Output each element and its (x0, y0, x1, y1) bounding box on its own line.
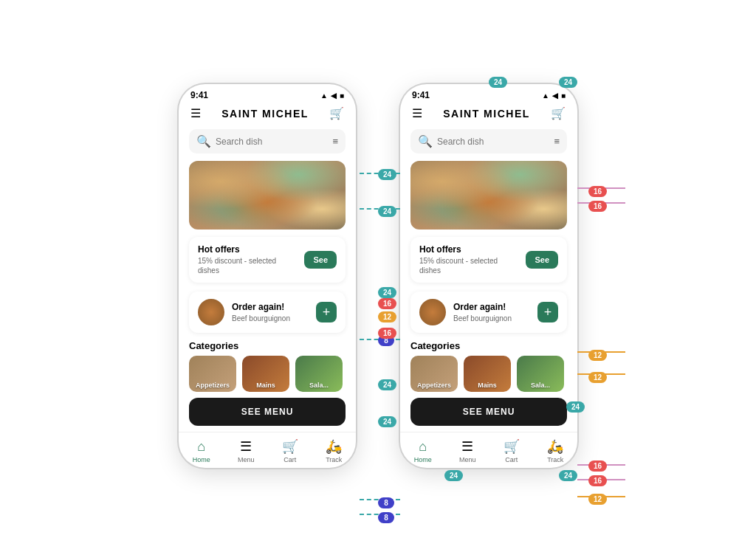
ann-bottom-left-24: 24 (444, 470, 463, 481)
bottom-nav-left: ⌂ Home ☰ Menu 🛒 Cart 🛵 Track (179, 432, 356, 468)
order-sub-left: Beef bourguignon (232, 314, 309, 323)
category-salads-left[interactable]: Sala... (295, 356, 343, 392)
categories-title-left: Categories (179, 337, 356, 356)
menu-icon-left[interactable]: ☰ (190, 106, 201, 120)
category-appetizers-left[interactable]: Appetizers (189, 356, 236, 392)
home-label-left: Home (193, 456, 210, 463)
search-input-left[interactable] (216, 137, 328, 147)
see-button-left[interactable]: See (304, 251, 337, 269)
mains-label-left: Mains (242, 382, 289, 389)
filter-icon-right[interactable]: ≡ (554, 136, 560, 147)
appetizers-img-right: Appetizers (410, 356, 458, 392)
filter-icon-left[interactable]: ≡ (332, 136, 338, 147)
ann-blue-8-3: 8 (378, 512, 394, 523)
salads-label-left: Sala... (295, 382, 343, 389)
ann-orange-12-4: 12 (588, 494, 607, 505)
order-card-left: Order again! Beef bourguignon + (189, 291, 346, 333)
food-image-left (189, 161, 346, 230)
search-input-right[interactable] (437, 137, 549, 147)
ann-left-24-3: 24 (378, 287, 396, 298)
nav-menu-right[interactable]: ☰ Menu (459, 438, 476, 463)
add-button-left[interactable]: + (316, 302, 337, 322)
mains-img-right: Mains (464, 356, 511, 392)
menu-label-right: Menu (459, 456, 476, 463)
ann-red-16-1: 16 (588, 186, 607, 197)
appetizers-label-right: Appetizers (410, 382, 458, 389)
nav-bar-left: ☰ SAINT MICHEL 🛒 (179, 103, 356, 125)
nav-menu-left[interactable]: ☰ Menu (238, 438, 255, 463)
ann-red-16-5: 16 (588, 460, 607, 472)
wifi-icon: ◀ (331, 92, 337, 100)
ann-red-16-4: 16 (378, 328, 396, 339)
home-icon-right: ⌂ (419, 439, 427, 455)
nav-track-right[interactable]: 🛵 Track (547, 438, 563, 463)
appetizers-label-left: Appetizers (189, 382, 236, 389)
order-content-right: Order again! Beef bourguignon (453, 302, 530, 323)
track-label-right: Track (547, 456, 563, 463)
search-bar-right[interactable]: 🔍 ≡ (410, 129, 567, 153)
nav-cart-right[interactable]: 🛒 Cart (504, 438, 520, 463)
order-title-left: Order again! (232, 302, 309, 312)
ann-orange-12-2: 12 (588, 350, 607, 361)
category-mains-right[interactable]: Mains (464, 356, 511, 392)
ann-orange-12-1: 12 (378, 311, 396, 322)
category-appetizers-right[interactable]: Appetizers (410, 356, 458, 392)
nav-home-left[interactable]: ⌂ Home (193, 439, 210, 463)
status-icons-right: ▲ ◀ ■ (542, 92, 566, 100)
status-bar-left: 9:41 ▲ ◀ ■ (179, 84, 356, 103)
categories-right: Appetizers Mains Sala... (400, 356, 577, 392)
nav-cart-left[interactable]: 🛒 Cart (282, 438, 298, 463)
see-menu-button-left[interactable]: SEE MENU (189, 398, 346, 426)
cart-icon-right[interactable]: 🛒 (551, 106, 566, 120)
search-bar-left[interactable]: 🔍 ≡ (189, 129, 346, 153)
nav-home-right[interactable]: ⌂ Home (414, 439, 432, 463)
mains-label-right: Mains (464, 382, 511, 389)
cart-label-left: Cart (284, 456, 296, 463)
ann-top-right-24: 24 (559, 77, 577, 88)
ann-teal-24-mid: 24 (566, 401, 585, 413)
cart-label-right: Cart (505, 456, 518, 463)
menu-nav-icon-right: ☰ (461, 438, 473, 455)
categories-left: Appetizers Mains Sala... (179, 356, 356, 392)
menu-icon-right[interactable]: ☰ (412, 106, 422, 120)
add-button-right[interactable]: + (537, 302, 558, 322)
appetizers-img-left: Appetizers (189, 356, 236, 392)
ann-left-24-1: 24 (378, 169, 396, 180)
menu-nav-icon-left: ☰ (240, 438, 252, 455)
food-image-right (410, 161, 567, 230)
hot-offers-card-right: Hot offers 15% discount - selected dishe… (410, 237, 567, 283)
hot-offers-title-right: Hot offers (419, 244, 518, 255)
ann-bottom-right-24: 24 (559, 470, 577, 481)
hot-offers-card-left: Hot offers 15% discount - selected dishe… (189, 237, 346, 283)
ann-left-24-2: 24 (378, 206, 396, 217)
salads-img-right: Sala... (517, 356, 564, 392)
order-content-left: Order again! Beef bourguignon (232, 302, 309, 323)
status-time-right: 9:41 (412, 90, 430, 100)
category-mains-left[interactable]: Mains (242, 356, 289, 392)
status-icons-left: ▲ ◀ ■ (320, 92, 344, 100)
left-phone: 9:41 ▲ ◀ ■ ☰ SAINT MICHEL 🛒 🔍 ≡ Hot o (179, 84, 356, 468)
home-icon-left: ⌂ (197, 439, 205, 455)
hot-offers-content-left: Hot offers 15% discount - selected dishe… (198, 244, 297, 275)
nav-track-left[interactable]: 🛵 Track (326, 438, 342, 463)
signal-icon-r: ▲ (542, 92, 549, 100)
search-icon-right: 🔍 (418, 134, 433, 148)
order-sub-right: Beef bourguignon (453, 314, 530, 323)
food-image-inner-right (410, 161, 567, 230)
signal-icon: ▲ (320, 92, 328, 100)
categories-title-right: Categories (400, 337, 577, 356)
category-salads-right[interactable]: Sala... (517, 356, 564, 392)
status-time-left: 9:41 (190, 90, 208, 100)
cart-icon-left[interactable]: 🛒 (329, 106, 344, 120)
track-label-left: Track (326, 456, 342, 463)
app-title-left: SAINT MICHEL (221, 108, 309, 120)
see-button-right[interactable]: See (526, 251, 558, 269)
ann-red-16-3: 16 (378, 298, 396, 309)
hot-offers-content-right: Hot offers 15% discount - selected dishe… (419, 244, 518, 275)
battery-icon-r: ■ (561, 92, 566, 100)
track-icon-right: 🛵 (547, 438, 563, 455)
right-phone: 9:41 ▲ ◀ ■ ☰ SAINT MICHEL 🛒 🔍 ≡ Hot o (400, 84, 577, 468)
see-menu-button-right[interactable]: SEE MENU (410, 398, 567, 426)
left-phone-wrapper: 9:41 ▲ ◀ ■ ☰ SAINT MICHEL 🛒 🔍 ≡ Hot o (179, 84, 356, 468)
hot-offers-sub-left: 15% discount - selected dishes (198, 256, 297, 275)
